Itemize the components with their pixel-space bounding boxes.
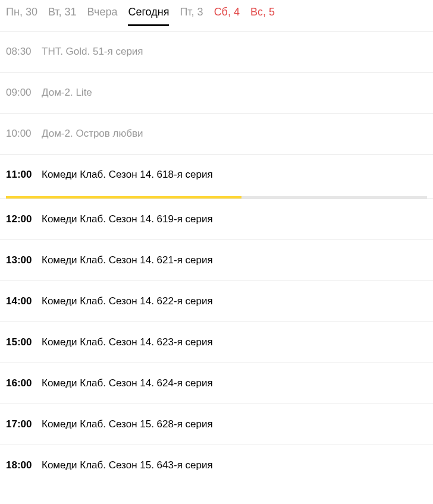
schedule-item[interactable]: 10:00 Дом-2. Остров любви — [0, 113, 433, 154]
day-tab-today[interactable]: Сегодня — [128, 6, 169, 26]
schedule-item[interactable]: 15:00 Комеди Клаб. Сезон 14. 623-я серия — [0, 322, 433, 363]
day-tab-sat[interactable]: Сб, 4 — [214, 6, 240, 26]
schedule-time: 09:00 — [6, 87, 42, 99]
schedule-title: Комеди Клаб. Сезон 14. 619-я серия — [42, 213, 213, 225]
schedule-item[interactable]: 14:00 Комеди Клаб. Сезон 14. 622-я серия — [0, 281, 433, 322]
day-tab-mon[interactable]: Пн, 30 — [6, 6, 37, 26]
day-tab-fri[interactable]: Пт, 3 — [180, 6, 203, 26]
schedule-item[interactable]: 18:00 Комеди Клаб. Сезон 15. 643-я серия — [0, 445, 433, 486]
schedule-time: 16:00 — [6, 377, 42, 389]
schedule-title: ТНТ. Gold. 51-я серия — [42, 46, 143, 58]
schedule-title: Дом-2. Lite — [42, 87, 92, 99]
schedule-time: 12:00 — [6, 213, 42, 225]
schedule-title: Дом-2. Остров любви — [42, 128, 143, 140]
schedule-time: 10:00 — [6, 128, 42, 140]
schedule-time: 11:00 — [6, 169, 42, 181]
schedule-time: 15:00 — [6, 336, 42, 348]
schedule-title: Комеди Клаб. Сезон 15. 643-я серия — [42, 459, 213, 471]
schedule-title: Комеди Клаб. Сезон 14. 622-я серия — [42, 295, 213, 307]
schedule-title: Комеди Клаб. Сезон 14. 623-я серия — [42, 336, 213, 348]
day-tabs: Пн, 30 Вт, 31 Вчера Сегодня Пт, 3 Сб, 4 … — [0, 0, 433, 26]
schedule-item[interactable]: 12:00 Комеди Клаб. Сезон 14. 619-я серия — [0, 199, 433, 240]
day-tab-yesterday[interactable]: Вчера — [87, 6, 118, 26]
schedule-item[interactable]: 13:00 Комеди Клаб. Сезон 14. 621-я серия — [0, 240, 433, 281]
schedule-time: 14:00 — [6, 295, 42, 307]
day-tab-sun[interactable]: Вс, 5 — [250, 6, 275, 26]
schedule-title: Комеди Клаб. Сезон 14. 618-я серия — [42, 169, 213, 181]
schedule-item-current[interactable]: 11:00 Комеди Клаб. Сезон 14. 618-я серия — [0, 154, 433, 199]
schedule-item[interactable]: 16:00 Комеди Клаб. Сезон 14. 624-я серия — [0, 363, 433, 404]
schedule-time: 18:00 — [6, 459, 42, 471]
schedule-time: 13:00 — [6, 254, 42, 266]
schedule-item[interactable]: 09:00 Дом-2. Lite — [0, 72, 433, 113]
schedule-title: Комеди Клаб. Сезон 14. 621-я серия — [42, 254, 213, 266]
schedule-time: 17:00 — [6, 418, 42, 430]
schedule-title: Комеди Клаб. Сезон 14. 624-я серия — [42, 377, 213, 389]
schedule-time: 08:30 — [6, 46, 42, 58]
schedule-item[interactable]: 17:00 Комеди Клаб. Сезон 15. 628-я серия — [0, 404, 433, 445]
schedule-item[interactable]: 08:30 ТНТ. Gold. 51-я серия — [0, 31, 433, 72]
schedule: 08:30 ТНТ. Gold. 51-я серия 09:00 Дом-2.… — [0, 31, 433, 486]
schedule-title: Комеди Клаб. Сезон 15. 628-я серия — [42, 418, 213, 430]
day-tab-tue[interactable]: Вт, 31 — [48, 6, 77, 26]
